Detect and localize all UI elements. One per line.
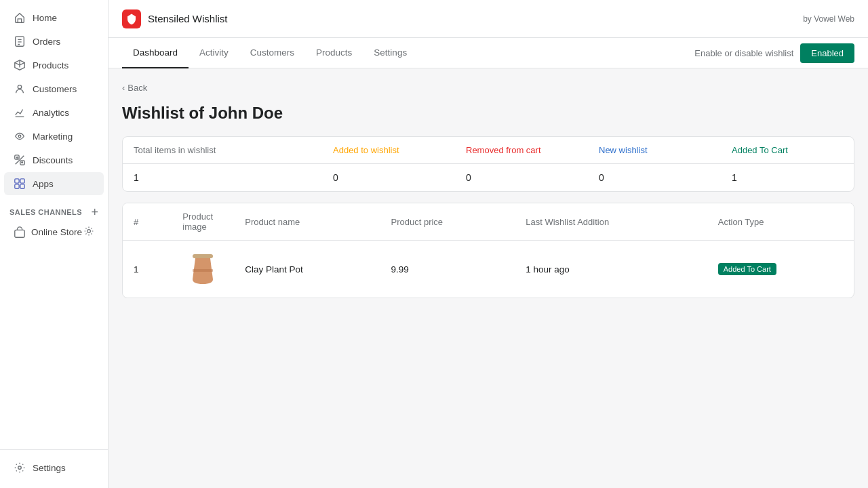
discounts-icon	[14, 154, 26, 166]
table-card: # Product image Product name Product pri…	[122, 203, 854, 298]
sidebar-item-discounts[interactable]: Discounts	[4, 148, 104, 171]
action-badge: Added To Cart	[718, 263, 776, 275]
stats-new-wishlist-value: 0	[588, 164, 721, 191]
analytics-icon	[14, 106, 26, 119]
orders-icon	[14, 35, 26, 47]
toggle-label: Enable or disable wishlist	[694, 48, 793, 58]
col-price: Product price	[380, 203, 515, 241]
table-body: 1 Clay Plant Pot 9.99 1 hour ago Added T…	[123, 241, 854, 298]
col-image: Product image	[172, 203, 234, 241]
enabled-button[interactable]: Enabled	[800, 43, 854, 63]
marketing-icon	[14, 130, 26, 142]
col-action: Action Type	[707, 203, 854, 241]
table-row: 1 Clay Plant Pot 9.99 1 hour ago Added T…	[123, 241, 854, 298]
stats-added-wishlist-label: Added to wishlist	[322, 137, 455, 163]
tab-products[interactable]: Products	[305, 38, 363, 68]
sidebar-bottom: Settings	[0, 449, 108, 488]
sidebar-item-apps[interactable]: Apps	[4, 172, 104, 195]
row-last-addition: 1 hour ago	[515, 241, 707, 298]
col-last-addition: Last Wishlist Addition	[515, 203, 707, 241]
row-name: Clay Plant Pot	[234, 241, 380, 298]
apps-icon	[14, 178, 26, 190]
add-sales-channel-button[interactable]: +	[91, 206, 98, 218]
stats-removed-cart-value: 0	[455, 164, 588, 191]
table-header: # Product image Product name Product pri…	[123, 203, 854, 241]
tabs-bar: DashboardActivityCustomersProductsSettin…	[108, 38, 868, 68]
stats-added-cart-value: 1	[721, 164, 854, 191]
stats-total-value: 1	[123, 164, 322, 191]
sidebar-nav: HomeOrdersProductsCustomersAnalyticsMark…	[0, 0, 108, 449]
row-image	[172, 241, 234, 298]
svg-point-10	[87, 230, 91, 233]
sidebar-item-products[interactable]: Products	[4, 54, 104, 77]
row-action: Added To Cart	[707, 241, 854, 298]
sidebar-item-analytics[interactable]: Analytics	[4, 101, 104, 124]
tab-settings[interactable]: Settings	[363, 38, 418, 68]
back-chevron-icon: ‹	[122, 83, 125, 93]
svg-rect-7	[15, 184, 19, 188]
online-store-label: Online Store	[31, 227, 82, 237]
svg-rect-8	[20, 184, 24, 188]
app-title: Stensiled Wishlist	[148, 13, 228, 24]
stats-total-label: Total items in wishlist	[123, 137, 322, 163]
app-header-left: Stensiled Wishlist	[122, 9, 228, 28]
customers-icon	[14, 83, 26, 95]
content: ‹ Back Wishlist of John Doe Total items …	[108, 68, 868, 488]
svg-rect-12	[193, 254, 213, 258]
wishlist-toggle: Enable or disable wishlist Enabled	[694, 43, 854, 63]
tab-activity[interactable]: Activity	[189, 38, 239, 68]
sales-channels-label: SALES CHANNELS	[9, 208, 82, 216]
svg-point-1	[18, 85, 21, 89]
settings-icon	[14, 462, 26, 474]
product-table: # Product image Product name Product pri…	[123, 203, 854, 298]
products-icon	[14, 59, 26, 71]
sidebar-item-customers[interactable]: Customers	[4, 77, 104, 100]
back-label: Back	[127, 83, 147, 93]
stats-header: Total items in wishlist Added to wishlis…	[123, 137, 854, 164]
store-left: Online Store	[14, 226, 82, 239]
app-header-by: by Vowel Web	[803, 14, 854, 24]
stats-new-wishlist-label: New wishlist	[588, 137, 721, 163]
sales-channels-section: SALES CHANNELS +	[0, 201, 108, 221]
svg-point-11	[18, 466, 22, 470]
sidebar: HomeOrdersProductsCustomersAnalyticsMark…	[0, 0, 108, 488]
back-link[interactable]: ‹ Back	[122, 83, 147, 93]
svg-rect-13	[193, 269, 213, 272]
col-name: Product name	[234, 203, 380, 241]
svg-rect-6	[20, 179, 24, 183]
tabs: DashboardActivityCustomersProductsSettin…	[122, 38, 418, 68]
online-store-settings-icon[interactable]	[83, 226, 94, 239]
settings-label: Settings	[33, 463, 66, 473]
stats-card: Total items in wishlist Added to wishlis…	[122, 136, 854, 192]
row-num: 1	[123, 241, 172, 298]
tab-dashboard[interactable]: Dashboard	[122, 38, 189, 68]
online-store-icon	[14, 226, 26, 239]
svg-point-2	[18, 135, 21, 138]
col-num: #	[123, 203, 172, 241]
stats-removed-cart-label: Removed from cart	[455, 137, 588, 163]
sidebar-item-online-store[interactable]: Online Store	[4, 222, 104, 243]
svg-rect-5	[15, 179, 19, 183]
row-price: 9.99	[380, 241, 515, 298]
tab-customers[interactable]: Customers	[239, 38, 305, 68]
main: Stensiled Wishlist by Vowel Web Dashboar…	[108, 0, 868, 488]
stats-added-wishlist-value: 0	[322, 164, 455, 191]
sidebar-item-marketing[interactable]: Marketing	[4, 125, 104, 148]
sidebar-item-home[interactable]: Home	[4, 6, 104, 29]
sidebar-item-settings[interactable]: Settings	[4, 456, 104, 479]
app-logo	[122, 9, 141, 28]
app-header: Stensiled Wishlist by Vowel Web	[108, 0, 868, 38]
page-title: Wishlist of John Doe	[122, 104, 854, 123]
stats-body: 1 0 0 0 1	[123, 164, 854, 191]
sidebar-item-orders[interactable]: Orders	[4, 30, 104, 53]
svg-rect-9	[15, 230, 24, 237]
stats-added-cart-label: Added To Cart	[721, 137, 854, 163]
product-thumb	[182, 249, 223, 289]
table-header-row: # Product image Product name Product pri…	[123, 203, 854, 241]
home-icon	[14, 12, 26, 24]
